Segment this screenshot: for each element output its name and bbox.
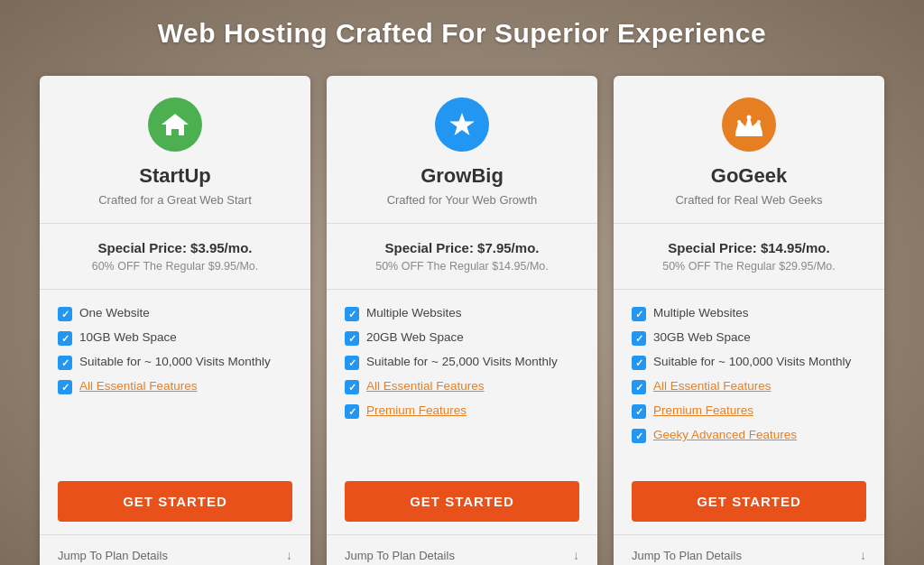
list-item: All Essential Features xyxy=(632,379,866,394)
feature-checkbox-icon xyxy=(345,331,359,346)
feature-checkbox-icon xyxy=(632,380,646,394)
plan-tagline-startup: Crafted for a Great Web Start xyxy=(58,193,292,207)
plan-pricing-growbig: Special Price: $7.95/mo.50% OFF The Regu… xyxy=(327,224,597,290)
jump-to-plan-label: Jump To Plan Details xyxy=(632,549,742,562)
feature-checkbox-icon xyxy=(58,331,72,346)
plan-card-growbig: GrowBigCrafted for Your Web GrowthSpecia… xyxy=(327,76,597,565)
plan-name-startup: StartUp xyxy=(58,164,292,188)
plan-footer-growbig[interactable]: Jump To Plan Details↓ xyxy=(327,534,597,565)
feature-checkbox-icon xyxy=(632,404,646,419)
plan-features-growbig: Multiple Websites20GB Web SpaceSuitable … xyxy=(327,290,597,468)
plan-pricing-gogeek: Special Price: $14.95/mo.50% OFF The Reg… xyxy=(614,224,884,290)
plan-header-startup: StartUpCrafted for a Great Web Start xyxy=(40,76,310,224)
regular-price-startup: 60% OFF The Regular $9.95/Mo. xyxy=(58,260,292,273)
list-item: One Website xyxy=(58,306,292,321)
feature-text[interactable]: Geeky Advanced Features xyxy=(653,428,797,441)
plan-header-growbig: GrowBigCrafted for Your Web Growth xyxy=(327,76,597,224)
plan-icon-gogeek xyxy=(722,97,776,152)
feature-text: Suitable for ~ 25,000 Visits Monthly xyxy=(366,355,558,368)
plan-cta-growbig: GET STARTED xyxy=(327,468,597,534)
svg-point-3 xyxy=(747,116,752,120)
plan-cta-gogeek: GET STARTED xyxy=(614,468,884,534)
plan-footer-gogeek[interactable]: Jump To Plan Details↓ xyxy=(614,534,884,565)
feature-checkbox-icon xyxy=(632,356,646,370)
list-item: Suitable for ~ 10,000 Visits Monthly xyxy=(58,355,292,370)
svg-marker-1 xyxy=(449,113,475,135)
plan-name-gogeek: GoGeek xyxy=(632,164,866,188)
feature-checkbox-icon xyxy=(345,404,359,419)
page-title: Web Hosting Crafted For Superior Experie… xyxy=(158,18,766,49)
feature-text[interactable]: Premium Features xyxy=(366,403,467,417)
feature-checkbox-icon xyxy=(345,380,359,394)
plans-container: StartUpCrafted for a Great Web StartSpec… xyxy=(40,76,884,565)
get-started-button-startup[interactable]: GET STARTED xyxy=(58,481,292,522)
plan-icon-startup xyxy=(148,97,202,152)
plan-cta-startup: GET STARTED xyxy=(40,468,310,534)
feature-text: Multiple Websites xyxy=(366,306,462,320)
plan-tagline-growbig: Crafted for Your Web Growth xyxy=(345,193,579,207)
list-item: Suitable for ~ 100,000 Visits Monthly xyxy=(632,355,866,370)
feature-text[interactable]: Premium Features xyxy=(653,403,753,417)
regular-price-gogeek: 50% OFF The Regular $29.95/Mo. xyxy=(632,260,866,273)
feature-checkbox-icon xyxy=(345,356,359,370)
feature-text: Multiple Websites xyxy=(653,306,749,320)
list-item: Suitable for ~ 25,000 Visits Monthly xyxy=(345,355,579,370)
list-item: All Essential Features xyxy=(58,379,292,394)
down-arrow-icon: ↓ xyxy=(860,548,866,562)
feature-text: 20GB Web Space xyxy=(366,330,464,344)
down-arrow-icon: ↓ xyxy=(286,548,292,562)
jump-to-plan-label: Jump To Plan Details xyxy=(58,549,168,562)
feature-text: One Website xyxy=(79,306,150,320)
plan-pricing-startup: Special Price: $3.95/mo.60% OFF The Regu… xyxy=(40,224,310,290)
plan-card-gogeek: GoGeekCrafted for Real Web GeeksSpecial … xyxy=(614,76,884,565)
svg-point-5 xyxy=(757,120,761,124)
feature-text[interactable]: All Essential Features xyxy=(653,379,772,393)
down-arrow-icon: ↓ xyxy=(573,548,579,562)
get-started-button-growbig[interactable]: GET STARTED xyxy=(345,481,579,522)
svg-point-4 xyxy=(737,120,741,124)
svg-marker-0 xyxy=(162,114,189,135)
feature-checkbox-icon xyxy=(58,356,72,370)
plan-features-gogeek: Multiple Websites30GB Web SpaceSuitable … xyxy=(614,290,884,468)
feature-text: 10GB Web Space xyxy=(79,330,177,344)
special-price-startup: Special Price: $3.95/mo. xyxy=(58,240,292,255)
plan-icon-growbig xyxy=(435,97,489,152)
list-item: Multiple Websites xyxy=(632,306,866,321)
list-item: 30GB Web Space xyxy=(632,330,866,346)
plan-card-startup: StartUpCrafted for a Great Web StartSpec… xyxy=(40,76,310,565)
plan-tagline-gogeek: Crafted for Real Web Geeks xyxy=(632,193,866,207)
plan-footer-startup[interactable]: Jump To Plan Details↓ xyxy=(40,534,310,565)
feature-checkbox-icon xyxy=(632,331,646,346)
get-started-button-gogeek[interactable]: GET STARTED xyxy=(632,481,866,522)
feature-text: Suitable for ~ 10,000 Visits Monthly xyxy=(79,355,271,368)
feature-checkbox-icon xyxy=(632,429,646,443)
special-price-gogeek: Special Price: $14.95/mo. xyxy=(632,240,866,255)
plan-name-growbig: GrowBig xyxy=(345,164,579,188)
feature-text[interactable]: All Essential Features xyxy=(366,379,485,393)
plan-header-gogeek: GoGeekCrafted for Real Web Geeks xyxy=(614,76,884,224)
list-item: 20GB Web Space xyxy=(345,330,579,346)
list-item: Geeky Advanced Features xyxy=(632,428,866,443)
feature-checkbox-icon xyxy=(345,307,359,321)
feature-checkbox-icon xyxy=(58,307,72,321)
jump-to-plan-label: Jump To Plan Details xyxy=(345,549,455,562)
plan-features-startup: One Website10GB Web SpaceSuitable for ~ … xyxy=(40,290,310,468)
feature-checkbox-icon xyxy=(58,380,72,394)
special-price-growbig: Special Price: $7.95/mo. xyxy=(345,240,579,255)
feature-text: 30GB Web Space xyxy=(653,330,751,344)
list-item: All Essential Features xyxy=(345,379,579,394)
regular-price-growbig: 50% OFF The Regular $14.95/Mo. xyxy=(345,260,579,273)
list-item: Premium Features xyxy=(345,403,579,419)
list-item: 10GB Web Space xyxy=(58,330,292,346)
svg-rect-2 xyxy=(735,133,762,136)
feature-text[interactable]: All Essential Features xyxy=(79,379,198,393)
list-item: Premium Features xyxy=(632,403,866,419)
list-item: Multiple Websites xyxy=(345,306,579,321)
feature-checkbox-icon xyxy=(632,307,646,321)
feature-text: Suitable for ~ 100,000 Visits Monthly xyxy=(653,355,851,368)
